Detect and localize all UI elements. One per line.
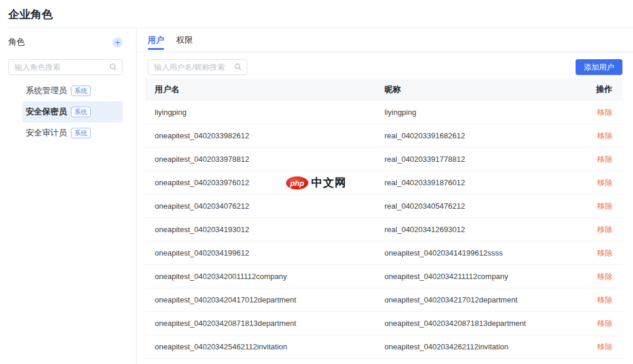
nickname-cell: real_040203391876012 xyxy=(384,178,578,187)
table-row: oneapitest_0402034193012 real_0402034126… xyxy=(145,218,622,241)
role-item[interactable]: 安全保密员 系统 xyxy=(22,101,122,123)
nickname-cell: oneapitest_0402034211112company xyxy=(384,272,578,281)
add-role-button[interactable]: + xyxy=(113,38,122,47)
table-row: oneapitest_0402033978812 real_0402033917… xyxy=(145,148,622,171)
enterprise-role-page: 企业角色 角色 + 系统管理员 系统 安全保密员 系统 安全审计员 xyxy=(0,0,633,364)
table-row: oneapitest_040203420871813department one… xyxy=(145,312,622,335)
table-row: oneapitest_0402034199612 oneapitest_0402… xyxy=(145,241,622,265)
role-badge: 系统 xyxy=(71,86,91,96)
remove-link[interactable]: 移除 xyxy=(597,295,612,304)
role-item[interactable]: 安全审计员 系统 xyxy=(22,123,122,144)
role-name: 安全审计员 xyxy=(26,128,67,138)
nickname-cell: oneapitest_0402034217012department xyxy=(384,295,578,304)
table-row: liyingping liyingping 移除 xyxy=(145,101,622,124)
remove-link[interactable]: 移除 xyxy=(597,272,612,281)
nickname-cell: oneapitest_040203414199612ssss xyxy=(384,249,578,257)
role-badge: 系统 xyxy=(71,107,91,117)
username-cell: oneapitest_0402033982612 xyxy=(145,131,384,140)
role-panel-title: 角色 xyxy=(8,37,25,47)
username-cell: oneapitest_040203420871813department xyxy=(145,319,384,328)
nickname-cell: real_040203405476212 xyxy=(384,202,578,210)
table-row: oneapitest_040203420417012department one… xyxy=(145,288,622,312)
main-panel: 用户 权限 添加用户 用户名 昵称 操作 xyxy=(137,28,633,364)
role-name: 系统管理员 xyxy=(26,86,67,96)
username-cell: oneapitest_040203420011112company xyxy=(145,272,384,281)
active-tab-underline xyxy=(148,48,164,50)
user-toolbar: 添加用户 xyxy=(148,59,622,75)
nickname-cell: real_040203391778812 xyxy=(384,155,578,164)
user-search-input[interactable] xyxy=(148,59,247,75)
user-search-box xyxy=(148,59,247,75)
nickname-cell: real_040203412693012 xyxy=(384,225,578,234)
username-cell: oneapitest_040203425462112invitation xyxy=(145,342,384,351)
username-cell: oneapitest_040203420417012department xyxy=(145,295,384,304)
username-cell: oneapitest_0402033976012 xyxy=(145,178,384,187)
tab-bar: 用户 权限 xyxy=(137,28,633,52)
add-user-button[interactable]: 添加用户 xyxy=(576,59,622,75)
role-item[interactable]: 系统管理员 系统 xyxy=(22,80,122,101)
plus-icon: + xyxy=(115,38,120,47)
table-row: oneapitest_0402033982612 real_0402033916… xyxy=(145,124,622,148)
table-row: oneapitest_040203425462112invitation one… xyxy=(145,335,622,359)
table-header-row: 用户名 昵称 操作 xyxy=(145,79,622,101)
role-search-box xyxy=(8,59,122,75)
nickname-cell: oneapitest_0402034262112invitation xyxy=(384,342,578,351)
column-header-username: 用户名 xyxy=(145,84,384,95)
table-row: oneapitest_0402034076212 real_0402034054… xyxy=(145,195,622,218)
tab-permissions[interactable]: 权限 xyxy=(176,28,193,52)
tabs-divider xyxy=(137,52,633,52)
role-search-input[interactable] xyxy=(8,59,122,75)
remove-link[interactable]: 移除 xyxy=(597,178,612,187)
remove-link[interactable]: 移除 xyxy=(597,155,612,164)
table-row: oneapitest_0402033976012 real_0402033918… xyxy=(145,171,622,195)
username-cell: oneapitest_0402034199612 xyxy=(145,249,384,257)
php-logo-icon: php xyxy=(286,176,308,189)
nickname-cell: oneapitest_040203420871813department xyxy=(384,319,578,328)
remove-link[interactable]: 移除 xyxy=(597,342,612,351)
watermark-text: 中文网 xyxy=(311,175,346,190)
user-table-body: liyingping liyingping 移除 oneapitest_0402… xyxy=(145,101,622,359)
user-table: 用户名 昵称 操作 liyingping liyingping 移除 oneap… xyxy=(145,79,622,359)
table-row: oneapitest_040203420011112company oneapi… xyxy=(145,265,622,288)
php-watermark: php 中文网 xyxy=(286,175,346,190)
page-title: 企业角色 xyxy=(8,7,53,22)
column-header-nickname: 昵称 xyxy=(384,84,578,95)
role-name: 安全保密员 xyxy=(26,107,67,117)
role-badge: 系统 xyxy=(71,128,91,138)
username-cell: liyingping xyxy=(145,108,384,117)
remove-link[interactable]: 移除 xyxy=(597,202,612,210)
tab-users[interactable]: 用户 xyxy=(148,28,164,52)
role-list: 系统管理员 系统 安全保密员 系统 安全审计员 系统 xyxy=(8,80,122,144)
nickname-cell: real_040203391682612 xyxy=(384,131,578,140)
remove-link[interactable]: 移除 xyxy=(597,131,612,140)
username-cell: oneapitest_0402033978812 xyxy=(145,155,384,164)
remove-link[interactable]: 移除 xyxy=(597,319,612,328)
username-cell: oneapitest_0402034193012 xyxy=(145,225,384,234)
remove-link[interactable]: 移除 xyxy=(597,225,612,234)
remove-link[interactable]: 移除 xyxy=(597,249,612,257)
role-sidebar: 角色 + 系统管理员 系统 安全保密员 系统 安全审计员 系统 xyxy=(8,28,122,144)
username-cell: oneapitest_0402034076212 xyxy=(145,202,384,210)
remove-link[interactable]: 移除 xyxy=(597,108,612,117)
nickname-cell: liyingping xyxy=(384,108,578,117)
column-header-action: 操作 xyxy=(578,84,622,95)
